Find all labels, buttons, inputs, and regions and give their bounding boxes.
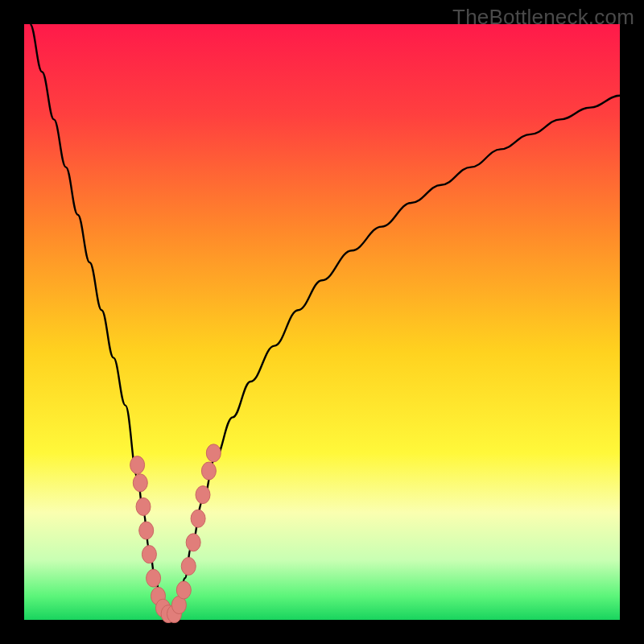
- curve-marker: [206, 444, 221, 462]
- curve-marker: [196, 486, 210, 504]
- curve-marker: [201, 462, 216, 480]
- curve-marker: [136, 497, 151, 515]
- curve-marker: [142, 546, 156, 564]
- curve-marker: [133, 474, 147, 492]
- chart-frame: TheBottleneck.com: [0, 0, 644, 644]
- curve-marker: [191, 510, 205, 527]
- curve-marker: [176, 581, 191, 599]
- curve-marker: [181, 557, 196, 575]
- watermark-text: TheBottleneck.com: [452, 5, 634, 30]
- curve-marker: [186, 534, 200, 551]
- curve-marker: [130, 456, 145, 474]
- curve-marker: [147, 569, 161, 587]
- plot-background: [24, 24, 620, 620]
- bottleneck-chart: [0, 0, 644, 644]
- curve-marker: [139, 522, 154, 539]
